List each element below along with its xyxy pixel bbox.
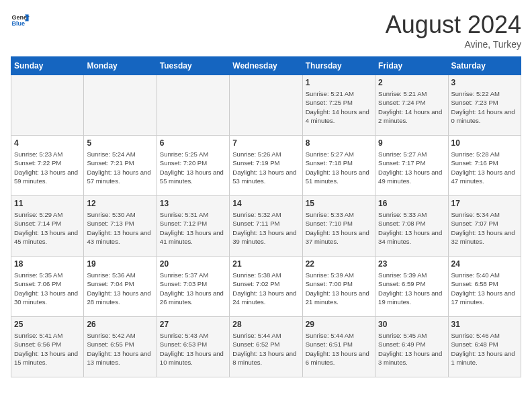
day-info: Sunrise: 5:31 AMSunset: 7:12 PMDaylight:… bbox=[160, 210, 226, 246]
day-number: 29 bbox=[306, 320, 372, 329]
calendar-cell: 25Sunrise: 5:41 AMSunset: 6:56 PMDayligh… bbox=[11, 317, 84, 377]
day-info: Sunrise: 5:44 AMSunset: 6:52 PMDaylight:… bbox=[232, 331, 299, 367]
column-header-sunday: Sunday bbox=[11, 57, 84, 75]
day-number: 20 bbox=[160, 259, 226, 269]
calendar-cell: 21Sunrise: 5:38 AMSunset: 7:02 PMDayligh… bbox=[230, 257, 302, 317]
calendar-cell bbox=[84, 75, 157, 136]
day-info: Sunrise: 5:29 AMSunset: 7:14 PMDaylight:… bbox=[14, 210, 81, 246]
day-info: Sunrise: 5:34 AMSunset: 7:07 PMDaylight:… bbox=[451, 210, 518, 246]
day-info: Sunrise: 5:41 AMSunset: 6:56 PMDaylight:… bbox=[14, 331, 81, 367]
svg-text:Blue: Blue bbox=[11, 20, 25, 27]
day-number: 16 bbox=[378, 199, 445, 208]
day-info: Sunrise: 5:45 AMSunset: 6:49 PMDaylight:… bbox=[378, 331, 445, 367]
calendar-body: 1Sunrise: 5:21 AMSunset: 7:25 PMDaylight… bbox=[11, 75, 521, 377]
day-number: 12 bbox=[87, 199, 153, 208]
day-number: 8 bbox=[306, 138, 372, 148]
calendar-cell: 7Sunrise: 5:26 AMSunset: 7:19 PMDaylight… bbox=[230, 136, 302, 196]
calendar-cell: 9Sunrise: 5:27 AMSunset: 7:17 PMDaylight… bbox=[375, 136, 448, 196]
calendar-cell bbox=[157, 75, 229, 136]
column-header-friday: Friday bbox=[375, 57, 448, 75]
calendar-week-3: 11Sunrise: 5:29 AMSunset: 7:14 PMDayligh… bbox=[11, 196, 521, 257]
logo: General Blue bbox=[11, 11, 30, 30]
calendar-cell: 30Sunrise: 5:45 AMSunset: 6:49 PMDayligh… bbox=[375, 317, 448, 377]
day-number: 19 bbox=[87, 259, 153, 269]
day-info: Sunrise: 5:27 AMSunset: 7:17 PMDaylight:… bbox=[378, 150, 445, 185]
day-number: 14 bbox=[232, 199, 299, 208]
calendar-cell: 5Sunrise: 5:24 AMSunset: 7:21 PMDaylight… bbox=[84, 136, 157, 196]
calendar-week-2: 4Sunrise: 5:23 AMSunset: 7:22 PMDaylight… bbox=[11, 136, 521, 196]
calendar-cell: 29Sunrise: 5:44 AMSunset: 6:51 PMDayligh… bbox=[302, 317, 375, 377]
calendar-cell: 12Sunrise: 5:30 AMSunset: 7:13 PMDayligh… bbox=[84, 196, 157, 257]
calendar-cell: 3Sunrise: 5:22 AMSunset: 7:23 PMDaylight… bbox=[448, 75, 521, 136]
day-info: Sunrise: 5:30 AMSunset: 7:13 PMDaylight:… bbox=[87, 210, 153, 246]
day-number: 10 bbox=[451, 138, 518, 148]
day-info: Sunrise: 5:39 AMSunset: 7:00 PMDaylight:… bbox=[306, 271, 372, 306]
day-info: Sunrise: 5:40 AMSunset: 6:58 PMDaylight:… bbox=[451, 271, 518, 306]
day-info: Sunrise: 5:42 AMSunset: 6:55 PMDaylight:… bbox=[87, 331, 153, 367]
day-info: Sunrise: 5:33 AMSunset: 7:10 PMDaylight:… bbox=[306, 210, 372, 246]
day-number: 4 bbox=[14, 138, 81, 148]
day-info: Sunrise: 5:26 AMSunset: 7:19 PMDaylight:… bbox=[232, 150, 299, 185]
day-number: 31 bbox=[451, 320, 518, 329]
calendar-cell: 2Sunrise: 5:21 AMSunset: 7:24 PMDaylight… bbox=[375, 75, 448, 136]
calendar-week-4: 18Sunrise: 5:35 AMSunset: 7:06 PMDayligh… bbox=[11, 257, 521, 317]
day-info: Sunrise: 5:43 AMSunset: 6:53 PMDaylight:… bbox=[160, 331, 226, 367]
day-number: 24 bbox=[451, 259, 518, 269]
column-header-thursday: Thursday bbox=[302, 57, 375, 75]
day-info: Sunrise: 5:21 AMSunset: 7:24 PMDaylight:… bbox=[378, 89, 445, 125]
day-info: Sunrise: 5:28 AMSunset: 7:16 PMDaylight:… bbox=[451, 150, 518, 185]
calendar-cell: 8Sunrise: 5:27 AMSunset: 7:18 PMDaylight… bbox=[302, 136, 375, 196]
calendar-cell: 19Sunrise: 5:36 AMSunset: 7:04 PMDayligh… bbox=[84, 257, 157, 317]
calendar-cell: 13Sunrise: 5:31 AMSunset: 7:12 PMDayligh… bbox=[157, 196, 229, 257]
calendar-cell: 1Sunrise: 5:21 AMSunset: 7:25 PMDaylight… bbox=[302, 75, 375, 136]
day-number: 28 bbox=[232, 320, 299, 329]
calendar-cell: 18Sunrise: 5:35 AMSunset: 7:06 PMDayligh… bbox=[11, 257, 84, 317]
day-number: 18 bbox=[14, 259, 81, 269]
calendar-cell: 16Sunrise: 5:33 AMSunset: 7:08 PMDayligh… bbox=[375, 196, 448, 257]
calendar-cell: 31Sunrise: 5:46 AMSunset: 6:48 PMDayligh… bbox=[448, 317, 521, 377]
calendar-cell: 24Sunrise: 5:40 AMSunset: 6:58 PMDayligh… bbox=[448, 257, 521, 317]
month-title: August 2024 bbox=[386, 11, 521, 39]
day-number: 21 bbox=[232, 259, 299, 269]
calendar-cell: 26Sunrise: 5:42 AMSunset: 6:55 PMDayligh… bbox=[84, 317, 157, 377]
day-number: 17 bbox=[451, 199, 518, 208]
calendar-cell: 27Sunrise: 5:43 AMSunset: 6:53 PMDayligh… bbox=[157, 317, 229, 377]
day-info: Sunrise: 5:38 AMSunset: 7:02 PMDaylight:… bbox=[232, 271, 299, 306]
calendar-week-5: 25Sunrise: 5:41 AMSunset: 6:56 PMDayligh… bbox=[11, 317, 521, 377]
calendar-cell bbox=[230, 75, 302, 136]
day-number: 15 bbox=[306, 199, 372, 208]
calendar-cell: 15Sunrise: 5:33 AMSunset: 7:10 PMDayligh… bbox=[302, 196, 375, 257]
calendar-cell: 4Sunrise: 5:23 AMSunset: 7:22 PMDaylight… bbox=[11, 136, 84, 196]
calendar-cell: 28Sunrise: 5:44 AMSunset: 6:52 PMDayligh… bbox=[230, 317, 302, 377]
calendar-header-row: SundayMondayTuesdayWednesdayThursdayFrid… bbox=[11, 57, 521, 75]
day-number: 23 bbox=[378, 259, 445, 269]
day-number: 9 bbox=[378, 138, 445, 148]
day-number: 22 bbox=[306, 259, 372, 269]
day-number: 30 bbox=[378, 320, 445, 329]
column-header-tuesday: Tuesday bbox=[157, 57, 229, 75]
day-info: Sunrise: 5:36 AMSunset: 7:04 PMDaylight:… bbox=[87, 271, 153, 306]
calendar-table: SundayMondayTuesdayWednesdayThursdayFrid… bbox=[11, 56, 521, 377]
day-number: 13 bbox=[160, 199, 226, 208]
page-header: General Blue August 2024 Avine, Turkey bbox=[11, 11, 521, 50]
calendar-week-1: 1Sunrise: 5:21 AMSunset: 7:25 PMDaylight… bbox=[11, 75, 521, 136]
column-header-monday: Monday bbox=[84, 57, 157, 75]
day-info: Sunrise: 5:21 AMSunset: 7:25 PMDaylight:… bbox=[306, 89, 372, 125]
day-number: 2 bbox=[378, 78, 445, 87]
day-info: Sunrise: 5:37 AMSunset: 7:03 PMDaylight:… bbox=[160, 271, 226, 306]
day-info: Sunrise: 5:27 AMSunset: 7:18 PMDaylight:… bbox=[306, 150, 372, 185]
calendar-cell: 22Sunrise: 5:39 AMSunset: 7:00 PMDayligh… bbox=[302, 257, 375, 317]
day-info: Sunrise: 5:25 AMSunset: 7:20 PMDaylight:… bbox=[160, 150, 226, 185]
calendar-cell: 14Sunrise: 5:32 AMSunset: 7:11 PMDayligh… bbox=[230, 196, 302, 257]
calendar-cell: 10Sunrise: 5:28 AMSunset: 7:16 PMDayligh… bbox=[448, 136, 521, 196]
day-info: Sunrise: 5:33 AMSunset: 7:08 PMDaylight:… bbox=[378, 210, 445, 246]
calendar-cell: 11Sunrise: 5:29 AMSunset: 7:14 PMDayligh… bbox=[11, 196, 84, 257]
day-number: 7 bbox=[232, 138, 299, 148]
day-number: 3 bbox=[451, 78, 518, 87]
day-number: 25 bbox=[14, 320, 81, 329]
day-info: Sunrise: 5:24 AMSunset: 7:21 PMDaylight:… bbox=[87, 150, 153, 185]
day-info: Sunrise: 5:39 AMSunset: 6:59 PMDaylight:… bbox=[378, 271, 445, 306]
calendar-cell: 6Sunrise: 5:25 AMSunset: 7:20 PMDaylight… bbox=[157, 136, 229, 196]
location: Avine, Turkey bbox=[386, 39, 521, 50]
day-number: 11 bbox=[14, 199, 81, 208]
